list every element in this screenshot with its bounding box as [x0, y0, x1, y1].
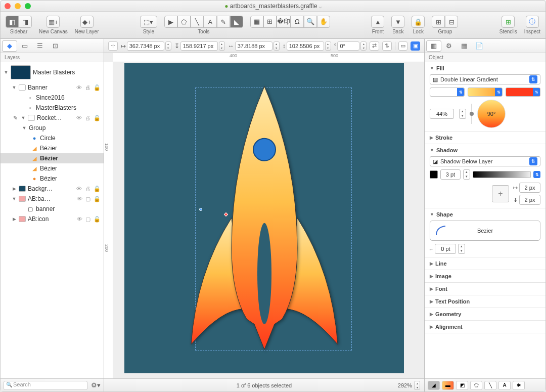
insp-tab-document[interactable]: 📄: [472, 40, 487, 52]
layer-abicon[interactable]: ▶AB:icon👁▢🔓: [1, 214, 104, 224]
inspect-button[interactable]: ⓘ: [526, 16, 539, 28]
canvas[interactable]: [124, 63, 404, 373]
tool-pen[interactable]: ✎: [217, 16, 230, 28]
shadow-offset-target[interactable]: +: [492, 185, 509, 202]
h-input[interactable]: 102.5506 px: [287, 41, 324, 51]
eye-icon[interactable]: 👁: [76, 84, 82, 91]
x-input[interactable]: 362.7348 px: [127, 41, 164, 51]
eye-icon[interactable]: 👁: [77, 216, 82, 223]
tool-select[interactable]: ▶: [164, 16, 177, 28]
back-button[interactable]: ▼: [391, 16, 404, 28]
insp-tab-object[interactable]: ▥: [426, 40, 441, 52]
vertical-ruler[interactable]: 100 200: [104, 62, 113, 378]
tool-canvas[interactable]: ▦: [250, 16, 263, 28]
canvas-row[interactable]: ▼Master Blasters: [1, 62, 104, 82]
tab-guides[interactable]: ▭: [17, 40, 32, 52]
section-fill[interactable]: ▼Fill: [430, 65, 540, 71]
item-bezier-2-selected[interactable]: ◢Bézier: [1, 153, 104, 163]
rot-stepper[interactable]: ▴▾: [360, 41, 367, 51]
horizontal-ruler[interactable]: 400 500: [113, 53, 424, 62]
item-masterblasters[interactable]: ▪MasterBlasters: [1, 103, 104, 113]
tray-shape[interactable]: ⬠: [470, 381, 482, 390]
gradient-stop-2[interactable]: ⇅: [468, 88, 503, 97]
sidebar-left-toggle[interactable]: ◧: [6, 16, 19, 28]
shadow-blur-stepper[interactable]: ▴▾: [463, 169, 470, 180]
item-group[interactable]: ▼Group: [1, 123, 104, 133]
fill-position-stepper[interactable]: ▴▾: [459, 109, 466, 119]
view-mode-1[interactable]: ▭: [398, 41, 408, 51]
item-bezier-4[interactable]: ●Bézier: [1, 173, 104, 184]
shape-picker[interactable]: Bezier: [430, 221, 540, 241]
tool-magnet[interactable]: Ω: [291, 16, 304, 28]
zoom-stepper[interactable]: ▴▾: [414, 381, 420, 390]
shadow-x-input[interactable]: 2 px: [519, 183, 540, 193]
lock-button[interactable]: 🔒: [412, 16, 425, 28]
window-title[interactable]: ● artboards_masterblasters.graffle ⌵: [1, 3, 545, 10]
x-stepper[interactable]: ▴▾: [165, 41, 171, 51]
stencils-button[interactable]: ⊞: [502, 16, 515, 28]
gradient-stop-1[interactable]: ⇅: [430, 88, 465, 97]
new-layer-button[interactable]: ◆+: [80, 16, 94, 28]
shadow-type-dropdown[interactable]: ◪Shadow Below Layer⇅: [430, 156, 540, 166]
artboard-icon[interactable]: ▢: [85, 196, 90, 202]
fill-type-dropdown[interactable]: ▨Double Linear Gradient⇅: [430, 74, 540, 84]
shadow-blur-input[interactable]: 3 pt: [440, 169, 461, 180]
fill-angle-wheel[interactable]: 90°: [477, 100, 506, 128]
tray-fill[interactable]: ◢: [428, 381, 440, 390]
print-icon[interactable]: 🖨: [85, 115, 90, 121]
corner-radius-input[interactable]: 0 pt: [435, 244, 456, 254]
ungroup-button[interactable]: ⊟: [445, 16, 458, 28]
shadow-color[interactable]: [430, 170, 438, 179]
insp-tab-canvas[interactable]: ▦: [457, 40, 472, 52]
tool-line[interactable]: ╲: [191, 16, 204, 28]
flip-v-button[interactable]: ⇅: [382, 41, 392, 51]
tool-text[interactable]: A: [204, 16, 217, 28]
tray-shadow[interactable]: ◩: [456, 381, 468, 390]
layer-rocket[interactable]: ✎▼Rocket…👁🖨🔓: [1, 113, 104, 123]
gear-icon[interactable]: ⚙▾: [90, 381, 101, 389]
sidebar-right-toggle[interactable]: ◨: [19, 16, 32, 28]
front-button[interactable]: ▲: [371, 16, 384, 28]
artboard-icon[interactable]: ▢: [85, 216, 90, 223]
tool-zoom[interactable]: 🔍: [304, 16, 317, 28]
corner-radius-stepper[interactable]: ▴▾: [458, 244, 465, 254]
tool-artboard[interactable]: ⊞: [263, 16, 277, 28]
lock-icon[interactable]: 🔓: [94, 216, 101, 223]
shadow-opacity-slider[interactable]: [473, 171, 531, 178]
item-banner2[interactable]: ▢banner: [1, 204, 104, 214]
view-mode-2[interactable]: ▣: [411, 41, 420, 51]
layer-abba[interactable]: ▼AB:ba…👁▢🔓: [1, 194, 104, 204]
search-input[interactable]: Search: [4, 381, 87, 390]
layer-background[interactable]: ▶Backgr…👁🖨🔓: [1, 184, 104, 194]
section-line[interactable]: ▶Line: [430, 260, 540, 267]
section-geometry[interactable]: ▶Geometry: [430, 311, 540, 317]
print-icon[interactable]: 🖨: [85, 186, 90, 192]
section-text-position[interactable]: ▶Text Position: [430, 298, 540, 304]
h-stepper[interactable]: ▴▾: [325, 41, 331, 51]
section-alignment[interactable]: ▶Alignment: [430, 324, 540, 330]
lock-icon[interactable]: 🔓: [94, 196, 101, 202]
item-bezier-1[interactable]: ◢Bézier: [1, 143, 104, 153]
eye-icon[interactable]: 👁: [77, 196, 82, 202]
tab-selection[interactable]: ⊡: [48, 40, 63, 52]
y-stepper[interactable]: ▴▾: [219, 41, 225, 51]
w-input[interactable]: 37.8188 px: [235, 41, 272, 51]
shadow-y-input[interactable]: 2 px: [519, 195, 540, 205]
group-button[interactable]: ⊞: [432, 16, 445, 28]
style-button[interactable]: ⬚▾: [140, 16, 157, 28]
section-shadow[interactable]: ▼Shadow: [430, 147, 540, 153]
lock-icon[interactable]: 🔓: [94, 115, 101, 121]
tray-all[interactable]: ✱: [513, 381, 525, 390]
item-since2016[interactable]: ▪Since2016: [1, 93, 104, 103]
ruler-origin-icon[interactable]: ⊹: [108, 41, 118, 51]
eye-icon[interactable]: 👁: [76, 186, 82, 192]
flip-h-button[interactable]: ⇄: [370, 41, 379, 51]
rot-input[interactable]: 0°: [337, 41, 359, 51]
eye-icon[interactable]: 👁: [76, 115, 82, 121]
w-stepper[interactable]: ▴▾: [274, 41, 280, 51]
layer-banner[interactable]: ▼Banner👁🖨🔓: [1, 82, 104, 93]
item-circle[interactable]: ●Circle: [1, 133, 104, 143]
edit-handle[interactable]: [199, 208, 202, 211]
tab-layers[interactable]: ◆: [2, 40, 17, 52]
section-shape[interactable]: ▼Shape: [430, 211, 540, 217]
